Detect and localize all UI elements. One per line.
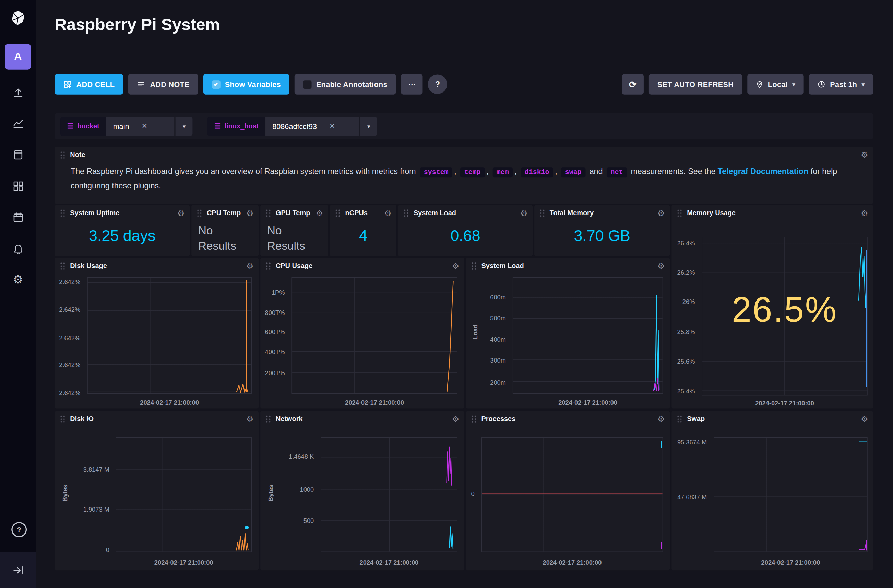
- variable-value-text: 8086adfccf93: [272, 122, 317, 130]
- drag-handle-icon[interactable]: [60, 150, 66, 159]
- set-auto-refresh-button[interactable]: SET AUTO REFRESH: [649, 74, 742, 94]
- sidebar: A ⚙ ?: [0, 0, 36, 588]
- y-tick: 400m: [490, 336, 506, 342]
- cell-processes: Processes ⚙ 0 2024-02-17 21:00:00: [466, 411, 670, 570]
- influxdata-logo[interactable]: [0, 0, 36, 36]
- y-tick: 500m: [490, 315, 506, 321]
- variables-bar: ☰ bucket main ✕ ▾ ☰ linux_host 8086adfcc…: [54, 113, 873, 140]
- help-button[interactable]: ?: [428, 75, 447, 94]
- add-note-button[interactable]: ADD NOTE: [128, 74, 198, 94]
- sidebar-expand-button[interactable]: [0, 552, 36, 588]
- drag-handle-icon[interactable]: [540, 208, 545, 217]
- drag-handle-icon[interactable]: [677, 208, 683, 217]
- more-options-button[interactable]: ⋯: [401, 74, 423, 94]
- sidebar-item-notebooks[interactable]: [0, 147, 36, 162]
- drag-handle-icon[interactable]: [471, 261, 477, 270]
- y-tick: 25.6%: [677, 358, 695, 365]
- chevron-down-icon: ▾: [792, 81, 795, 87]
- drag-handle-icon[interactable]: [265, 261, 271, 270]
- plot-area[interactable]: [481, 437, 663, 552]
- plot-area[interactable]: [116, 437, 252, 552]
- gear-icon[interactable]: ⚙: [452, 415, 459, 423]
- gear-icon[interactable]: ⚙: [246, 209, 253, 217]
- drag-handle-icon[interactable]: [265, 208, 271, 217]
- close-icon[interactable]: ✕: [141, 122, 147, 130]
- x-axis-label: 2024-02-17 21:00:00: [714, 559, 867, 566]
- influxdb-dashboard-app: A ⚙ ?: [0, 0, 893, 588]
- sidebar-item-load-data[interactable]: [0, 86, 36, 100]
- variable-linux-host-label[interactable]: ☰ linux_host: [207, 117, 265, 136]
- variable-linux-host-caret[interactable]: ▾: [360, 117, 377, 136]
- y-tick: 2.642%: [59, 361, 80, 368]
- timezone-dropdown[interactable]: Local ▾: [747, 74, 804, 94]
- y-tick: 200T%: [265, 369, 285, 376]
- gear-icon[interactable]: ⚙: [177, 209, 185, 217]
- y-axis: 95.3674 M 47.6837 M: [672, 437, 710, 552]
- y-tick: 2.642%: [59, 389, 80, 396]
- gear-icon[interactable]: ⚙: [861, 151, 868, 159]
- y-axis: 600m 500m 400m 300m 200m: [480, 277, 509, 394]
- series-lines: [88, 278, 251, 393]
- sidebar-item-alerts[interactable]: [0, 241, 36, 256]
- show-variables-toggle[interactable]: ✔ Show Variables: [203, 74, 289, 94]
- note-text: and: [589, 167, 603, 176]
- variable-bucket-label[interactable]: ☰ bucket: [60, 117, 106, 136]
- drag-handle-icon[interactable]: [403, 208, 409, 217]
- sidebar-item-dashboards[interactable]: [0, 179, 36, 194]
- cell-title: CPU Usage: [276, 262, 313, 270]
- drag-handle-icon[interactable]: [335, 208, 341, 217]
- gear-icon[interactable]: ⚙: [658, 209, 665, 217]
- y-tick: 800T%: [265, 309, 285, 316]
- variable-bucket-value[interactable]: main ✕: [106, 117, 174, 136]
- gear-icon[interactable]: ⚙: [246, 262, 253, 270]
- gear-icon[interactable]: ⚙: [246, 415, 253, 423]
- gear-icon[interactable]: ⚙: [861, 209, 868, 217]
- org-avatar[interactable]: A: [5, 44, 31, 69]
- clock-icon: [818, 80, 825, 88]
- close-icon[interactable]: ✕: [329, 122, 335, 130]
- drag-handle-icon[interactable]: [265, 415, 271, 423]
- drag-handle-icon[interactable]: [677, 415, 683, 423]
- refresh-icon: ⟳: [629, 79, 637, 90]
- plot-area[interactable]: 26.5%: [702, 237, 867, 395]
- plot-area[interactable]: [714, 437, 867, 552]
- y-tick: 600T%: [265, 328, 285, 336]
- plot-area[interactable]: [321, 437, 457, 552]
- show-variables-label: Show Variables: [225, 80, 281, 88]
- time-range-dropdown[interactable]: Past 1h ▾: [809, 74, 873, 94]
- y-tick: 26.4%: [677, 240, 695, 247]
- gear-icon[interactable]: ⚙: [452, 262, 459, 270]
- sidebar-help-button[interactable]: ?: [11, 522, 27, 537]
- timezone-label: Local: [768, 80, 788, 88]
- variable-bucket-caret[interactable]: ▾: [176, 117, 193, 136]
- drag-handle-icon[interactable]: [60, 261, 66, 270]
- gear-icon: ⚙: [13, 273, 23, 286]
- x-axis-label: 2024-02-17 21:00:00: [321, 559, 457, 566]
- variable-linux-host-value[interactable]: 8086adfccf93 ✕: [265, 117, 359, 136]
- gear-icon[interactable]: ⚙: [861, 415, 868, 423]
- gear-icon[interactable]: ⚙: [316, 209, 323, 217]
- telegraf-documentation-link[interactable]: Telegraf Documentation: [718, 167, 808, 176]
- add-cell-button[interactable]: ADD CELL: [54, 74, 123, 94]
- plot-area[interactable]: [87, 277, 252, 394]
- sidebar-item-data-explorer[interactable]: [0, 116, 36, 131]
- drag-handle-icon[interactable]: [60, 208, 66, 217]
- refresh-button[interactable]: ⟳: [622, 74, 644, 94]
- dashboard-toolbar: ADD CELL ADD NOTE ✔ Show Variables Enabl…: [54, 74, 873, 94]
- enable-annotations-toggle[interactable]: Enable Annotations: [295, 74, 396, 94]
- drag-handle-icon[interactable]: [471, 415, 477, 423]
- add-cell-icon: [63, 80, 72, 88]
- drag-handle-icon[interactable]: [60, 415, 66, 423]
- y-tick: 1000: [300, 486, 314, 493]
- sidebar-item-tasks[interactable]: [0, 210, 36, 225]
- checkbox-empty-icon: [303, 80, 312, 88]
- gear-icon[interactable]: ⚙: [384, 209, 391, 217]
- drag-handle-icon[interactable]: [197, 208, 202, 217]
- gear-icon[interactable]: ⚙: [658, 415, 665, 423]
- plot-area[interactable]: [292, 277, 457, 394]
- gear-icon[interactable]: ⚙: [520, 209, 528, 217]
- gear-icon[interactable]: ⚙: [658, 262, 665, 270]
- cell-total-memory: Total Memory ⚙ 3.70 GB: [534, 205, 670, 256]
- plot-area[interactable]: [513, 277, 663, 394]
- sidebar-item-settings[interactable]: ⚙: [0, 272, 36, 287]
